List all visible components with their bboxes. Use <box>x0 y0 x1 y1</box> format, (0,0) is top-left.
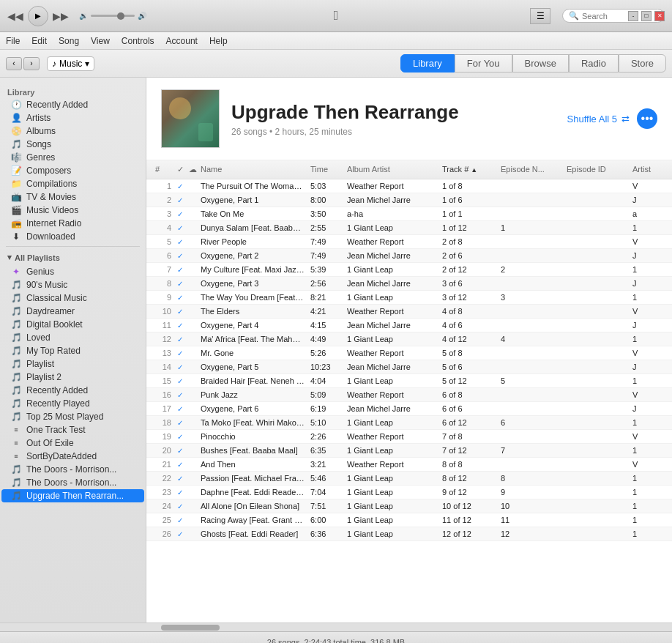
row-col-artist: 1 <box>630 333 666 345</box>
sidebar-item-the-doors-2[interactable]: 🎵 The Doors - Morrison... <box>1 476 144 489</box>
menu-controls[interactable]: Controls <box>122 36 154 46</box>
menu-edit[interactable]: Edit <box>31 36 47 46</box>
minimize-button[interactable]: - <box>628 11 638 21</box>
sidebar-item-artists[interactable]: 👤 Artists <box>1 111 144 124</box>
sidebar-item-90s-music[interactable]: 🎵 90's Music <box>1 278 144 291</box>
table-row[interactable]: 5 ✓ River People 7:49 Weather Report 2 o… <box>146 235 672 249</box>
horizontal-scrollbar[interactable] <box>0 622 672 631</box>
col-header-time[interactable]: Time <box>307 163 344 176</box>
sidebar-item-the-doors-1[interactable]: 🎵 The Doors - Morrison... <box>1 463 144 476</box>
maximize-button[interactable]: □ <box>641 11 652 21</box>
sidebar-item-out-of-exile[interactable]: ≡ Out Of Exile <box>1 436 144 450</box>
source-selector[interactable]: ♪ Music ▾ <box>47 56 94 71</box>
sidebar-item-genius[interactable]: ✦ Genius <box>1 265 144 278</box>
playlist-text-icon: ≡ <box>10 453 22 460</box>
back-button[interactable]: ‹ <box>6 57 22 70</box>
sidebar-item-genres[interactable]: 🎼 Genres <box>1 151 144 164</box>
table-row[interactable]: 26 ✓ Ghosts [Feat. Eddi Reader] 6:36 1 G… <box>146 527 672 541</box>
volume-slider[interactable] <box>91 15 135 17</box>
table-row[interactable]: 21 ✓ And Then 3:21 Weather Report 8 of 8… <box>146 458 672 472</box>
list-view-button[interactable]: ☰ <box>530 8 550 24</box>
row-cloud <box>186 463 198 466</box>
content-area: Upgrade Then Rearrange 26 songs • 2 hour… <box>146 78 672 622</box>
menu-song[interactable]: Song <box>59 36 79 46</box>
col-header-episode-n[interactable]: Episode N... <box>498 163 564 176</box>
sidebar-item-classical[interactable]: 🎵 Classical Music <box>1 291 144 305</box>
all-playlists-toggle[interactable]: ▾ All Playlists <box>0 250 146 265</box>
table-row[interactable]: 20 ✓ Bushes [Feat. Baaba Maal] 6:35 1 Gi… <box>146 444 672 458</box>
sidebar-item-loved[interactable]: 🎵 Loved <box>1 331 144 344</box>
table-row[interactable]: 19 ✓ Pinocchio 2:26 Weather Report 7 of … <box>146 430 672 444</box>
sidebar-item-top-25[interactable]: 🎵 Top 25 Most Played <box>1 410 144 423</box>
table-row[interactable]: 8 ✓ Oxygene, Part 3 2:56 Jean Michel Jar… <box>146 277 672 291</box>
sidebar-item-recently-added[interactable]: 🕐 Recently Added <box>1 98 144 111</box>
table-row[interactable]: 12 ✓ Ma' Africa [Feat. The Mahotella Q..… <box>146 332 672 346</box>
sidebar-item-digital-booklet[interactable]: 🎵 Digital Booklet <box>1 318 144 331</box>
table-row[interactable]: 9 ✓ The Way You Dream [Feat. Asha B... 8… <box>146 291 672 305</box>
col-header-track[interactable]: Track # ▲ <box>439 163 498 176</box>
table-row[interactable]: 24 ✓ All Alone [On Eilean Shona] 7:51 1 … <box>146 499 672 513</box>
row-check: ✓ <box>174 431 186 442</box>
table-row[interactable]: 22 ✓ Passion [Feat. Michael Franti] 5:46… <box>146 472 672 486</box>
sidebar-item-recently-played[interactable]: 🎵 Recently Played <box>1 397 144 410</box>
forward-button[interactable]: ▶▶ <box>53 10 69 22</box>
sidebar-item-recently-added-pl[interactable]: 🎵 Recently Added <box>1 384 144 397</box>
sidebar-item-my-top-rated[interactable]: 🎵 My Top Rated <box>1 344 144 357</box>
sidebar-item-daydreamer[interactable]: 🎵 Daydreamer <box>1 305 144 318</box>
col-header-episode-id[interactable]: Episode ID <box>564 163 630 176</box>
forward-button-nav[interactable]: › <box>23 57 40 70</box>
scrollbar-thumb[interactable] <box>161 625 220 631</box>
col-header-artist[interactable]: Artist <box>630 163 666 176</box>
sidebar-item-upgrade-rearrange[interactable]: 🎵 Upgrade Then Rearran... <box>1 489 144 502</box>
sidebar-item-sort-by-date[interactable]: ≡ SortByDateAdded <box>1 450 144 463</box>
play-button[interactable]: ▶ <box>28 6 48 26</box>
table-row[interactable]: 2 ✓ Oxygene, Part 1 8:00 Jean Michel Jar… <box>146 193 672 207</box>
sidebar-item-one-track[interactable]: ≡ One Track Test <box>1 423 144 436</box>
col-header-name[interactable]: Name <box>198 163 307 176</box>
close-button[interactable]: ✕ <box>654 11 665 21</box>
col-header-album-artist[interactable]: Album Artist <box>344 163 439 176</box>
rewind-button[interactable]: ◀◀ <box>7 10 23 22</box>
tab-for-you[interactable]: For You <box>455 54 512 73</box>
table-row[interactable]: 11 ✓ Oxygene, Part 4 4:15 Jean Michel Ja… <box>146 319 672 332</box>
table-row[interactable]: 25 ✓ Racing Away [Feat. Grant Lee Phill.… <box>146 513 672 527</box>
tab-browse[interactable]: Browse <box>512 54 569 73</box>
more-options-button[interactable]: ••• <box>637 108 657 129</box>
table-row[interactable]: 23 ✓ Daphne [Feat. Eddi Reader, The M...… <box>146 486 672 499</box>
table-row[interactable]: 1 ✓ The Pursuit Of The Woman With T... 5… <box>146 179 672 193</box>
sidebar-item-albums[interactable]: 📀 Albums <box>1 124 144 138</box>
tab-bar: Library For You Browse Radio Store <box>400 54 666 73</box>
tab-library[interactable]: Library <box>400 54 455 73</box>
table-row[interactable]: 7 ✓ My Culture [Feat. Maxi Jazz & Rob...… <box>146 263 672 277</box>
volume-control[interactable]: 🔉 🔊 <box>79 12 146 20</box>
sidebar-item-compilations[interactable]: 📁 Compilations <box>1 177 144 190</box>
table-row[interactable]: 10 ✓ The Elders 4:21 Weather Report 4 of… <box>146 305 672 319</box>
row-name: Oxygene, Part 6 <box>198 403 307 415</box>
sidebar-item-playlist[interactable]: 🎵 Playlist <box>1 357 144 371</box>
tab-store[interactable]: Store <box>619 54 666 73</box>
table-row[interactable]: 14 ✓ Oxygene, Part 5 10:23 Jean Michel J… <box>146 360 672 374</box>
table-row[interactable]: 3 ✓ Take On Me 3:50 a-ha 1 of 1 a <box>146 207 672 221</box>
sidebar-item-tv-movies[interactable]: 📺 TV & Movies <box>1 190 144 204</box>
menu-file[interactable]: File <box>6 36 20 46</box>
sidebar-item-composers[interactable]: 📝 Composers <box>1 164 144 177</box>
shuffle-all-button[interactable]: Shuffle All 5 ⇄ <box>567 114 630 124</box>
sidebar-item-music-videos[interactable]: 🎬 Music Videos <box>1 204 144 217</box>
tab-radio[interactable]: Radio <box>569 54 619 73</box>
sidebar-item-playlist-2[interactable]: 🎵 Playlist 2 <box>1 371 144 384</box>
sidebar-item-songs[interactable]: 🎵 Songs <box>1 138 144 151</box>
table-row[interactable]: 16 ✓ Punk Jazz 5:09 Weather Report 6 of … <box>146 388 672 402</box>
menu-view[interactable]: View <box>91 36 110 46</box>
table-row[interactable]: 18 ✓ Ta Moko [Feat. Whiri Mako Black] 5:… <box>146 416 672 430</box>
row-episode-n: 8 <box>498 472 564 484</box>
table-row[interactable]: 15 ✓ Braided Hair [Feat. Neneh Cherry...… <box>146 374 672 388</box>
menu-account[interactable]: Account <box>166 36 198 46</box>
menu-help[interactable]: Help <box>209 36 228 46</box>
sidebar-item-downloaded[interactable]: ⬇ Downloaded <box>1 230 144 243</box>
table-row[interactable]: 13 ✓ Mr. Gone 5:26 Weather Report 5 of 8… <box>146 346 672 360</box>
checkmark-icon: ✓ <box>177 335 183 343</box>
table-row[interactable]: 17 ✓ Oxygene, Part 6 6:19 Jean Michel Ja… <box>146 402 672 416</box>
table-row[interactable]: 6 ✓ Oxygene, Part 2 7:49 Jean Michel Jar… <box>146 249 672 263</box>
table-row[interactable]: 4 ✓ Dunya Salam [Feat. Baaba Maal] 2:55 … <box>146 221 672 235</box>
sidebar-item-internet-radio[interactable]: 📻 Internet Radio <box>1 217 144 230</box>
